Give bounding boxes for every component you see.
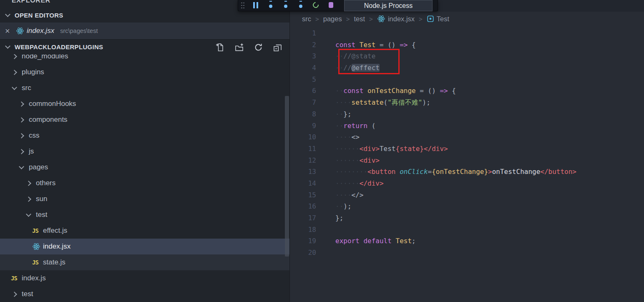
breadcrumb-item-test[interactable]: test xyxy=(354,15,365,23)
chevron-down-icon[interactable] xyxy=(12,85,17,90)
step-out-icon xyxy=(299,5,302,8)
breadcrumb-item-pages[interactable]: pages xyxy=(323,15,342,23)
breadcrumb-item-Test[interactable]: Test xyxy=(427,15,449,23)
disconnect-button[interactable] xyxy=(323,0,338,11)
line-number[interactable]: 15 xyxy=(290,189,316,201)
chevron-down-icon[interactable] xyxy=(26,211,31,217)
react-icon xyxy=(16,27,27,35)
code-line-20[interactable]: 20 xyxy=(290,247,644,259)
new-file-icon[interactable] xyxy=(214,41,226,53)
tree-folder-sun[interactable]: sun xyxy=(0,191,289,207)
refresh-explorer-icon[interactable] xyxy=(252,41,264,53)
javascript-file-icon: JS xyxy=(32,259,38,266)
code-line-9[interactable]: 9··return ( xyxy=(290,120,644,132)
line-number[interactable]: 17 xyxy=(290,212,316,224)
chevron-right-icon[interactable] xyxy=(26,196,31,202)
tree-folder-commonHooks[interactable]: commonHooks xyxy=(0,96,289,112)
line-number[interactable]: 18 xyxy=(290,224,316,236)
chevron-down-icon[interactable] xyxy=(19,164,24,169)
code-line-5[interactable]: 5 xyxy=(290,74,644,86)
code-text: ····setstate("再借不难"); xyxy=(316,97,430,108)
chevron-right-icon[interactable] xyxy=(19,149,24,154)
code-line-1[interactable]: 1 xyxy=(290,28,644,39)
breadcrumb-item-src[interactable]: src xyxy=(302,15,311,23)
code-line-14[interactable]: 14······</div> xyxy=(290,178,644,189)
tree-folder-css[interactable]: css xyxy=(0,128,289,143)
tree-file-index.js[interactable]: JSindex.js xyxy=(0,270,289,286)
code-text: ········<button onClick={onTestChange}>o… xyxy=(316,166,576,178)
chevron-right-icon[interactable] xyxy=(26,181,31,186)
step-into-button[interactable] xyxy=(278,0,293,11)
chevron-right-icon[interactable] xyxy=(19,133,24,138)
tree-item-label: test xyxy=(22,290,33,298)
restart-button[interactable] xyxy=(308,0,323,11)
code-line-19[interactable]: 19export default Test; xyxy=(290,235,644,247)
code-line-8[interactable]: 8··}; xyxy=(290,108,644,120)
chevron-right-icon[interactable] xyxy=(12,70,17,75)
step-over-icon xyxy=(269,5,272,8)
tree-folder-src[interactable]: src xyxy=(0,80,289,96)
code-line-3[interactable]: 3··//@state xyxy=(290,50,644,62)
sidebar-scrollbar-thumb[interactable] xyxy=(285,96,289,257)
code-line-18[interactable]: 18 xyxy=(290,224,644,236)
step-over-button[interactable] xyxy=(263,0,278,11)
code-line-6[interactable]: 6··const onTestChange = () => { xyxy=(290,85,644,97)
line-number[interactable]: 19 xyxy=(290,235,316,247)
code-line-11[interactable]: 11······<div>Test{state}</div> xyxy=(290,143,644,155)
line-number[interactable]: 2 xyxy=(290,39,316,51)
chevron-right-icon[interactable] xyxy=(19,117,24,123)
toolbar-drag-handle-icon[interactable] xyxy=(241,2,245,9)
chevron-right-icon[interactable] xyxy=(12,54,17,59)
line-number[interactable]: 10 xyxy=(290,131,316,143)
code-line-10[interactable]: 10····<> xyxy=(290,131,644,143)
collapse-folders-icon[interactable] xyxy=(271,41,284,53)
tree-folder-test[interactable]: test xyxy=(0,286,289,300)
line-number[interactable]: 4 xyxy=(290,62,316,74)
debug-process-select[interactable]: Node.js Process xyxy=(344,0,433,11)
code-line-15[interactable]: 15····</> xyxy=(290,189,644,201)
code-line-4[interactable]: 4··//@effect xyxy=(290,62,644,74)
pause-button[interactable] xyxy=(248,0,263,11)
breadcrumb-item-index.jsx[interactable]: index.jsx xyxy=(377,15,415,23)
tree-folder-others[interactable]: others xyxy=(0,175,289,191)
line-number[interactable]: 8 xyxy=(290,108,316,120)
tree-file-effect.js[interactable]: JSeffect.js xyxy=(0,223,289,239)
tree-folder-test[interactable]: test xyxy=(0,207,289,223)
line-number[interactable]: 3 xyxy=(290,50,316,62)
code-line-17[interactable]: 17}; xyxy=(290,212,644,224)
line-number[interactable]: 1 xyxy=(290,28,316,39)
project-section-header[interactable]: WEBPACKLOADERPLUGINS xyxy=(0,39,289,54)
tree-folder-node_modules[interactable]: node_modules xyxy=(0,54,289,64)
line-number[interactable]: 13 xyxy=(290,166,316,178)
tree-file-state.js[interactable]: JSstate.js xyxy=(0,254,289,270)
line-number[interactable]: 9 xyxy=(290,120,316,132)
chevron-right-icon[interactable] xyxy=(12,292,17,297)
code-text: ······<div>Test{state}</div> xyxy=(316,143,448,155)
code-line-2[interactable]: 2const Test = () => { xyxy=(290,39,644,51)
tree-folder-pages[interactable]: pages xyxy=(0,159,289,175)
line-number[interactable]: 7 xyxy=(290,97,316,108)
line-number[interactable]: 20 xyxy=(290,247,316,259)
code-line-12[interactable]: 12······<div> xyxy=(290,155,644,166)
code-area[interactable]: 12const Test = () => {3··//@state4··//@e… xyxy=(290,26,644,259)
open-editor-item[interactable]: ×index.jsxsrc\pages\test xyxy=(0,23,289,39)
chevron-right-icon[interactable] xyxy=(19,101,24,107)
new-folder-icon[interactable] xyxy=(233,41,245,53)
code-line-7[interactable]: 7····setstate("再借不难"); xyxy=(290,97,644,108)
tree-folder-components[interactable]: components xyxy=(0,112,289,128)
line-number[interactable]: 6 xyxy=(290,85,316,97)
line-number[interactable]: 12 xyxy=(290,155,316,166)
tree-file-index.jsx[interactable]: index.jsx xyxy=(0,239,289,254)
line-number[interactable]: 5 xyxy=(290,74,316,86)
line-number[interactable]: 16 xyxy=(290,201,316,212)
tree-folder-plugins[interactable]: plugins xyxy=(0,64,289,80)
line-number[interactable]: 11 xyxy=(290,143,316,155)
line-number[interactable]: 14 xyxy=(290,178,316,189)
code-line-16[interactable]: 16··); xyxy=(290,201,644,212)
react-icon xyxy=(377,15,385,23)
close-icon[interactable]: × xyxy=(5,26,16,36)
step-out-button[interactable] xyxy=(293,0,308,11)
debug-toolbar: Node.js Process xyxy=(238,0,438,11)
tree-folder-js[interactable]: js xyxy=(0,143,289,159)
code-line-13[interactable]: 13········<button onClick={onTestChange}… xyxy=(290,166,644,178)
